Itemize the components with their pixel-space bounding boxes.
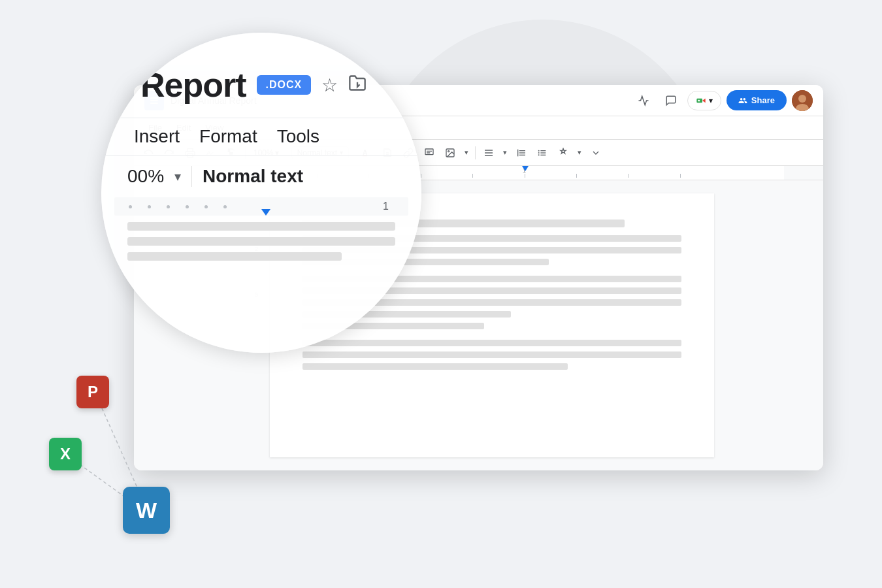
svg-rect-24	[517, 149, 518, 156]
align-button[interactable]	[480, 144, 498, 162]
zoom-star-icon: ☆	[321, 74, 338, 96]
image-button[interactable]	[441, 144, 459, 162]
align-dropdown[interactable]: ▾	[500, 147, 510, 158]
svg-rect-33	[540, 154, 546, 155]
zoom-normal-text: Normal text	[203, 166, 303, 187]
zoom-toolbar-area: 00% ▾ Normal text	[101, 155, 421, 197]
zoom-doc-line-1	[127, 222, 395, 231]
svg-rect-25	[519, 150, 525, 151]
zoom-dropdown-arrow: ▾	[174, 169, 181, 184]
share-button[interactable]: Share	[727, 90, 787, 110]
text-color-dropdown[interactable]: ▾	[575, 147, 584, 158]
zoom-menu-insert[interactable]: Insert	[127, 123, 186, 150]
user-avatar[interactable]	[792, 90, 813, 111]
zoom-menu-format[interactable]: Format	[193, 123, 264, 150]
word-icon: W	[123, 487, 170, 534]
svg-point-20	[448, 150, 449, 152]
expand-button[interactable]	[587, 144, 605, 162]
svg-point-28	[538, 150, 540, 151]
doc-line-11	[302, 351, 681, 358]
zoom-doc-line-2	[127, 237, 395, 246]
svg-rect-4	[698, 99, 700, 101]
zoom-percent-text: 00%	[127, 166, 164, 187]
svg-rect-29	[540, 150, 546, 151]
toolbar-separator-4	[475, 146, 476, 159]
zoom-title-area: Report .DOCX ☆	[101, 33, 421, 118]
zoom-doc-title: Report	[140, 65, 246, 105]
svg-marker-3	[702, 98, 706, 103]
svg-point-32	[538, 154, 540, 155]
zoom-doc-line-3	[127, 252, 342, 261]
doc-line-10	[302, 340, 681, 346]
svg-point-30	[538, 152, 540, 154]
analytics-icon[interactable]	[632, 90, 655, 112]
comments-icon[interactable]	[660, 90, 682, 112]
title-right-controls: ▾ Share	[632, 90, 813, 112]
zoom-doc-lines	[101, 216, 421, 267]
svg-rect-31	[540, 152, 546, 153]
powerpoint-icon: P	[76, 376, 109, 408]
zoom-folder-icon	[348, 74, 367, 97]
zoom-circle-overlay: Report .DOCX ☆ Insert Format Tools 00% ▾…	[101, 33, 421, 353]
zoom-menu-bar: Insert Format Tools	[101, 118, 421, 155]
svg-rect-16	[425, 149, 433, 155]
zoom-docx-badge: .DOCX	[257, 75, 312, 95]
meet-button[interactable]: ▾	[687, 91, 721, 110]
bullets-button[interactable]	[533, 144, 551, 162]
excel-icon: X	[49, 438, 82, 470]
zoom-ruler: 1	[114, 197, 408, 216]
line-spacing-button[interactable]	[512, 144, 531, 162]
text-color-2-button[interactable]	[554, 144, 572, 162]
svg-rect-26	[519, 152, 525, 153]
svg-point-6	[798, 95, 806, 103]
doc-line-12	[302, 363, 568, 370]
image-dropdown[interactable]: ▾	[462, 147, 471, 158]
comment-button[interactable]	[420, 144, 438, 162]
zoom-menu-tools[interactable]: Tools	[270, 123, 326, 150]
zoom-toolbar-separator	[191, 166, 192, 187]
svg-rect-27	[519, 154, 525, 155]
